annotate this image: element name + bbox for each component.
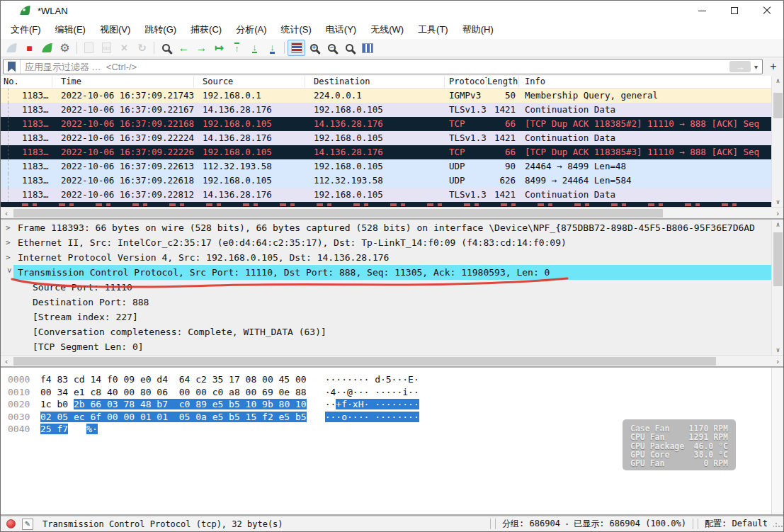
filter-bookmark-button[interactable] (4, 60, 21, 74)
open-file-button[interactable] (80, 40, 98, 56)
detail-text: Transmission Control Protocol, Src Port:… (18, 267, 550, 278)
column-header-source[interactable]: Source (194, 76, 305, 88)
find-packet-button[interactable] (157, 40, 175, 56)
scroll-down-icon[interactable]: ∨ (772, 197, 783, 207)
go-forward-button[interactable]: → (193, 40, 210, 56)
hex-row[interactable]: 00201c b0 2b 66 03 78 48 b7 c0 89 e5 b5 … (1, 398, 419, 411)
detail-line[interactable]: >Frame 118393: 66 bytes on wire (528 bit… (1, 220, 771, 235)
detail-hscrollbar[interactable]: ‹ › (1, 355, 783, 366)
capture-stop-button[interactable]: ■ (21, 40, 38, 56)
packet-row[interactable]: 1183…2022-10-06 16:37:09.226189192.168.0… (1, 174, 783, 188)
detail-line[interactable]: [TCP Segment Len: 0] (1, 339, 771, 354)
hex-row[interactable]: 003002 05 ec 6f 00 00 01 01 05 0a e5 b5 … (1, 411, 419, 424)
scroll-thumb[interactable] (13, 209, 663, 217)
scroll-right-icon[interactable]: › (772, 208, 783, 218)
menu-item-1[interactable]: 编辑(E) (48, 21, 93, 38)
capture-restart-button[interactable] (38, 40, 56, 56)
scroll-left-icon[interactable]: ‹ (1, 208, 12, 218)
go-to-packet-button[interactable]: ↦ (210, 40, 228, 56)
expander-closed-icon[interactable]: > (6, 250, 16, 265)
close-file-button[interactable]: × (115, 40, 133, 56)
resize-columns-button[interactable] (358, 40, 376, 56)
packet-row[interactable]: 1183…2022-10-06 16:37:09.22224914.136.28… (1, 131, 783, 145)
expander-closed-icon[interactable]: > (6, 235, 16, 250)
minimize-button[interactable] (686, 1, 718, 21)
detail-line[interactable]: >Ethernet II, Src: IntelCor_c2:35:17 (e0… (1, 235, 771, 250)
filter-add-button[interactable]: + (766, 60, 781, 73)
column-header-time[interactable]: Time (52, 76, 194, 88)
menu-item-2[interactable]: 视图(V) (93, 21, 137, 38)
maximize-button[interactable] (718, 1, 751, 21)
scroll-up-icon[interactable]: ∧ (772, 76, 783, 86)
arrow-right-icon: → (196, 43, 208, 54)
scroll-thumb[interactable] (773, 93, 783, 118)
scroll-right-icon[interactable]: › (772, 356, 783, 366)
packet-row-partial[interactable] (1, 202, 783, 207)
capture-comment-button[interactable]: ✎ (22, 519, 33, 530)
bytes-vscrollbar[interactable] (771, 368, 783, 514)
resize-grip[interactable] (773, 516, 783, 531)
close-button[interactable] (751, 1, 783, 21)
column-header-destination[interactable]: Destination (305, 76, 445, 88)
hex-row[interactable]: 0000f4 83 cd 14 f0 09 e0 d4 64 c2 35 17 … (1, 373, 419, 386)
detail-vscrollbar[interactable]: ∧ ∨ (771, 220, 783, 355)
column-header-info[interactable]: Info (519, 76, 783, 88)
filter-apply-button[interactable]: → (729, 61, 751, 72)
column-header-no[interactable]: No. (1, 76, 52, 88)
packet-cell: 8499 → 24464 Len=584 (519, 174, 783, 188)
menu-item-5[interactable]: 分析(A) (229, 21, 273, 38)
display-filter-input[interactable] (21, 60, 729, 73)
zoom-out-button[interactable]: − (323, 40, 341, 56)
packet-row[interactable]: 1183…2022-10-06 16:37:09.226134112.32.19… (1, 159, 783, 174)
detail-line[interactable]: >Transmission Control Protocol, Src Port… (1, 265, 771, 280)
menu-item-3[interactable]: 跳转(G) (137, 21, 183, 38)
go-first-packet-button[interactable]: ↑ (228, 40, 246, 56)
hex-row[interactable]: 004025 f7%· (1, 423, 419, 436)
menu-item-6[interactable]: 统计(S) (273, 21, 318, 38)
detail-line[interactable]: Destination Port: 888 (1, 295, 771, 310)
capture-start-button[interactable] (3, 40, 21, 56)
expander-open-icon[interactable]: > (2, 268, 17, 278)
detail-line[interactable]: [Conversation completeness: Complete, WI… (1, 324, 771, 339)
go-back-button[interactable]: ← (175, 40, 193, 56)
scroll-down-icon[interactable]: ∨ (772, 345, 783, 355)
expert-info-button[interactable] (6, 519, 16, 528)
zoom-in-button[interactable]: + (305, 40, 323, 56)
zoom-original-button[interactable] (341, 40, 358, 56)
capture-options-button[interactable]: ⚙ (56, 40, 74, 56)
packet-list-vscrollbar[interactable]: ∧ ∨ (771, 76, 783, 207)
menu-item-9[interactable]: 工具(T) (411, 21, 455, 38)
menu-item-0[interactable]: 文件(F) (4, 21, 48, 38)
detail-line[interactable]: Source Port: 11110 (1, 280, 771, 295)
colorize-packets-button[interactable] (288, 40, 305, 56)
detail-line[interactable]: [Stream index: 227] (1, 310, 771, 324)
filter-dropdown-caret-icon[interactable]: ▾ (754, 63, 758, 71)
hex-row[interactable]: 001000 34 e1 c8 40 00 80 06 00 00 c0 a8 … (1, 386, 419, 399)
packet-row[interactable]: 1183…2022-10-06 16:37:09.217432192.168.0… (1, 89, 783, 103)
column-header-protocol[interactable]: Protocol (445, 76, 487, 88)
scroll-left-icon[interactable]: ‹ (1, 356, 12, 366)
menu-item-8[interactable]: 无线(W) (363, 21, 411, 38)
detail-line[interactable]: >Internet Protocol Version 4, Src: 192.1… (1, 250, 771, 265)
packet-cell: Continuation Data (519, 131, 783, 145)
packet-row[interactable]: 1183…2022-10-06 16:37:09.222264192.168.0… (1, 145, 783, 159)
column-header-length[interactable]: Length (487, 76, 519, 88)
menu-item-7[interactable]: 电话(Y) (319, 21, 363, 38)
packet-row[interactable]: 1183…2022-10-06 16:37:09.221687192.168.0… (1, 117, 783, 131)
reload-file-button[interactable]: ↻ (133, 40, 151, 56)
scroll-thumb[interactable] (773, 232, 783, 286)
profile-status[interactable]: 配置: Default (705, 518, 768, 530)
packet-list-hscrollbar[interactable]: ‹ › (1, 207, 783, 218)
save-file-button[interactable]: 010 (98, 40, 115, 56)
packet-count-status: 分组: 686904 (502, 518, 560, 530)
packet-row[interactable]: 1183…2022-10-06 16:37:09.22812114.136.28… (1, 188, 783, 202)
expander-closed-icon[interactable]: > (6, 220, 16, 235)
packet-row[interactable]: 1183…2022-10-06 16:37:09.22167114.136.28… (1, 103, 783, 117)
scroll-thumb[interactable] (13, 357, 716, 366)
go-last-packet-button[interactable]: ↓ (246, 40, 263, 56)
close-icon (763, 6, 771, 15)
auto-scroll-button[interactable]: ↓ (263, 40, 281, 56)
menu-item-4[interactable]: 捕获(C) (183, 21, 229, 38)
menu-item-10[interactable]: 帮助(H) (455, 21, 501, 38)
scroll-up-icon[interactable]: ∧ (772, 220, 783, 230)
